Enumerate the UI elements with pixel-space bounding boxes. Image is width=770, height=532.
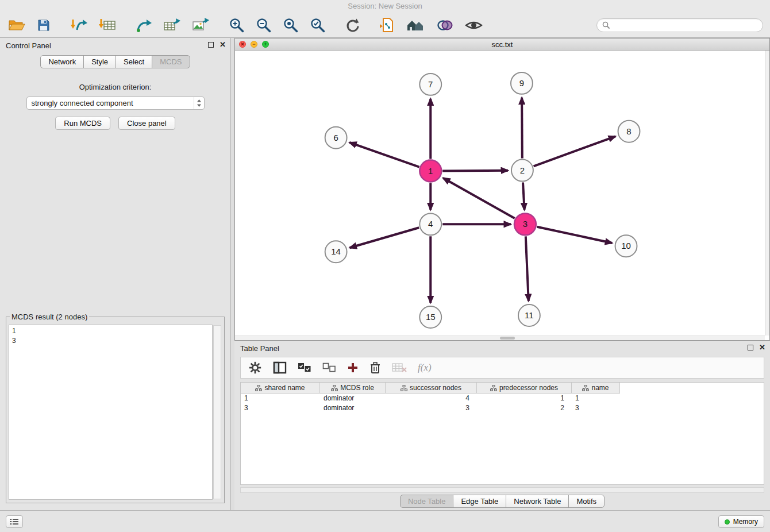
export-image-button[interactable] [191,17,210,34]
delete-table-button[interactable] [391,362,407,373]
graph-node-6[interactable]: 6 [325,127,347,149]
graph-node-1[interactable]: 1 [419,160,441,182]
tab-motifs[interactable]: Motifs [568,495,605,508]
close-table-panel-icon[interactable]: ✕ [759,344,765,351]
column-header-successor-nodes[interactable]: successor nodes [386,383,477,394]
zoom-fit-button[interactable] [282,16,299,34]
deselect-all-rows-button[interactable] [322,362,337,373]
import-table-button[interactable] [98,17,117,34]
gear-icon [248,361,262,375]
graph-edge-4-14[interactable] [350,228,419,248]
graph-node-2[interactable]: 2 [511,160,533,182]
function-builder-button[interactable]: f(x) [417,361,432,374]
table-settings-button[interactable] [248,360,263,375]
close-panel-button[interactable]: Close panel [118,117,175,130]
graph-node-4[interactable]: 4 [419,213,441,235]
apply-style-button[interactable] [435,17,455,33]
table-row[interactable]: 3dominator323 [241,403,764,413]
column-header-shared-name[interactable]: shared name [241,383,320,394]
graph-edge-2-3[interactable] [523,183,525,210]
graph-edge-2-8[interactable] [534,136,615,166]
zoom-out-button[interactable] [255,16,272,34]
tab-select[interactable]: Select [116,55,152,68]
tab-network-table[interactable]: Network Table [506,495,569,508]
column-header-name[interactable]: name [572,383,620,394]
save-session-button[interactable] [36,17,52,33]
table-row[interactable]: 1dominator411 [241,394,764,403]
import-network-button[interactable] [69,17,88,34]
cell-shared_name[interactable]: 3 [241,403,320,413]
graph-edge-3-1[interactable] [443,178,515,218]
graph-node-11[interactable]: 11 [518,304,540,326]
cell-successor_nodes[interactable]: 4 [386,394,477,403]
network-graph[interactable]: 7968124314101511 [235,51,765,336]
scrollbar-thumb[interactable] [500,337,515,340]
cell-shared_name[interactable]: 1 [241,394,320,403]
show-column-panel-button[interactable] [272,361,287,375]
select-all-rows-button[interactable] [297,362,312,373]
graph-node-15[interactable]: 15 [419,306,441,328]
column-header-mcds-role[interactable]: MCDS role [320,383,386,394]
graph-edge-1-2[interactable] [442,171,508,171]
tab-node-table[interactable]: Node Table [400,495,454,508]
window-minimize-button[interactable]: − [251,41,257,48]
mcds-result-scrollbar[interactable] [213,325,221,499]
window-close-button[interactable]: ✕ [239,41,246,48]
cell-name[interactable]: 1 [572,394,620,403]
open-session-button[interactable] [7,17,26,33]
home-networks-button[interactable] [405,17,426,33]
graph-node-14[interactable]: 14 [325,241,347,263]
search-input[interactable] [613,21,757,29]
export-group [134,17,210,34]
zoom-selected-button[interactable] [309,16,326,34]
mcds-result-list[interactable]: 13 [9,325,213,500]
network-canvas[interactable]: 7968124314101511 [235,51,765,336]
cell-predecessor_nodes[interactable]: 2 [477,403,572,413]
float-panel-icon[interactable] [208,42,214,48]
export-table-button[interactable] [162,17,182,34]
svg-text:3: 3 [523,219,528,229]
create-column-button[interactable] [346,361,359,374]
zoom-in-button[interactable] [228,16,245,34]
graph-edge-1-6[interactable] [349,142,419,167]
copy-style-button[interactable] [378,16,396,34]
tab-mcds[interactable]: MCDS [152,55,190,68]
cell-mcds_role[interactable]: dominator [320,403,386,413]
graph-node-3[interactable]: 3 [514,213,536,235]
graph-node-8[interactable]: 8 [618,121,640,142]
graph-node-10[interactable]: 10 [615,235,637,257]
table-horizontal-scrollbar[interactable] [240,487,764,493]
delete-column-button[interactable] [369,361,382,375]
search-box[interactable] [596,18,763,32]
show-hide-button[interactable] [464,18,484,33]
graph-edge-3-11[interactable] [526,236,529,301]
tab-network[interactable]: Network [40,55,84,68]
export-network-icon [136,18,152,33]
tab-style[interactable]: Style [83,55,116,68]
svg-text:7: 7 [428,79,433,89]
graph-node-9[interactable]: 9 [511,72,533,94]
close-panel-icon[interactable]: ✕ [220,41,226,48]
float-table-panel-icon[interactable] [748,345,753,350]
criterion-dropdown[interactable]: strongly connected component [26,97,205,110]
task-history-button[interactable] [6,515,23,528]
export-network-button[interactable] [134,17,153,34]
tab-edge-table[interactable]: Edge Table [453,495,506,508]
graph-edge-3-10[interactable] [537,227,612,243]
window-zoom-button[interactable]: + [262,41,269,48]
open-folder-icon [8,18,25,32]
cell-predecessor_nodes[interactable]: 1 [477,394,572,403]
network-vertical-scrollbar[interactable] [765,51,769,336]
graph-node-7[interactable]: 7 [419,74,441,95]
delete-table-icon [392,363,407,373]
network-horizontal-scrollbar[interactable] [235,336,765,340]
memory-button[interactable]: Memory [718,515,764,528]
cell-name[interactable]: 3 [572,403,620,413]
graph-edge-2-9[interactable] [522,98,522,159]
refresh-view-button[interactable] [344,17,361,34]
cell-successor_nodes[interactable]: 3 [386,403,477,413]
network-window-titlebar[interactable]: ✕ − + scc.txt [235,38,769,51]
column-header-predecessor-nodes[interactable]: predecessor nodes [477,383,572,394]
cell-mcds_role[interactable]: dominator [320,394,386,403]
run-mcds-button[interactable]: Run MCDS [55,117,110,130]
